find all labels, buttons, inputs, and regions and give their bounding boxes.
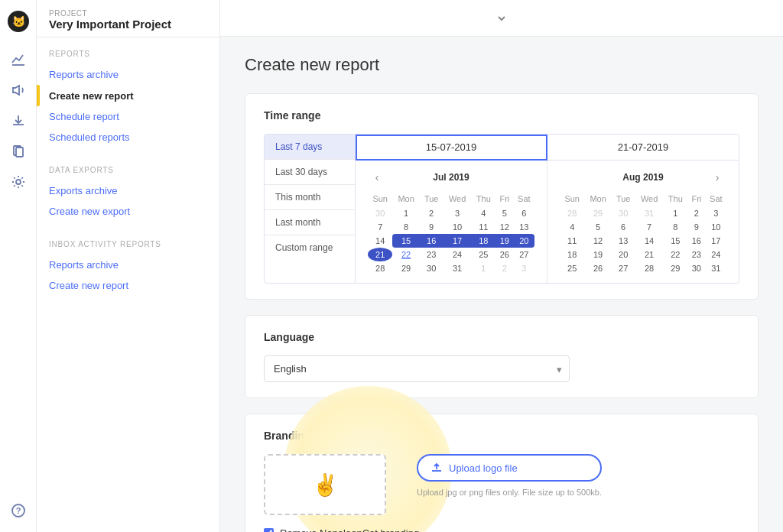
cal-day[interactable]: 2 [420,206,443,220]
option-last7days[interactable]: Last 7 days [265,135,355,160]
cal-day[interactable]: 9 [420,220,443,234]
cal-day[interactable]: 28 [368,261,392,275]
sidebar-item-inbox-reports-archive[interactable]: Reports archive [49,255,207,275]
cal-day[interactable]: 14 [635,234,664,248]
start-date-input[interactable] [356,135,547,161]
cal-day[interactable]: 2 [687,206,706,220]
megaphone-icon[interactable] [5,76,32,104]
chart-icon[interactable] [5,46,32,73]
cal-day[interactable]: 3 [706,206,726,220]
cal-day[interactable]: 29 [392,261,419,275]
sidebar-item-create-export[interactable]: Create new export [49,201,207,222]
option-last-month[interactable]: Last month [265,210,355,235]
branding-layout: ✌️ Upload logo file Upload jpg or png fi… [264,454,739,515]
cal-day[interactable]: 6 [514,206,534,220]
option-last30days[interactable]: Last 30 days [265,160,355,185]
help-icon[interactable]: ? [5,497,32,524]
download-icon[interactable] [5,107,32,135]
cal-day[interactable]: 14 [368,234,392,248]
cal-day[interactable]: 30 [687,261,706,275]
option-this-month[interactable]: This month [265,185,355,210]
cal-day[interactable]: 19 [584,248,611,261]
cal-day[interactable]: 21 [635,248,664,261]
cal-day[interactable]: 15 [664,234,687,248]
project-switcher[interactable] [496,13,507,24]
sidebar-item-reports-archive[interactable]: Reports archive [49,64,207,85]
cal-day[interactable]: 31 [443,261,472,275]
cal-day[interactable]: 1 [472,261,495,275]
cal-day[interactable]: 8 [392,220,419,234]
cal-day[interactable]: 25 [560,261,584,275]
cal-day[interactable]: 29 [664,261,687,275]
cal-day[interactable]: 10 [706,220,726,234]
option-custom-range[interactable]: Custom range [265,235,355,260]
end-date-input[interactable] [547,135,739,161]
cal-day[interactable]: 24 [706,248,726,261]
cal-day[interactable]: 22 [664,248,687,261]
cal-day[interactable]: 1 [664,206,687,220]
cal-day[interactable]: 25 [472,248,495,261]
sidebar-header: PROJECT Very Important Project [37,0,219,37]
cal-day[interactable]: 31 [706,261,726,275]
cal-day[interactable]: 18 [560,248,584,261]
cal-day[interactable]: 30 [612,206,635,220]
cal-day[interactable]: 12 [495,220,514,234]
cal-day[interactable]: 3 [514,261,534,275]
upload-logo-button[interactable]: Upload logo file [417,454,602,482]
cal-day[interactable]: 8 [664,220,687,234]
sidebar-item-inbox-create-report[interactable]: Create new report [49,275,207,296]
cal-day[interactable]: 4 [472,206,495,220]
cal-day[interactable]: 26 [495,248,514,261]
cal-day-highlighted[interactable]: 17 [443,234,472,248]
cal-day-highlighted[interactable]: 16 [420,234,443,248]
prev-month-btn[interactable]: ‹ [368,168,386,187]
cal-day[interactable]: 27 [612,261,635,275]
cal-day[interactable]: 30 [420,261,443,275]
cal-day[interactable]: 13 [514,220,534,234]
cal-day-today[interactable]: 22 [392,248,419,261]
cal-day[interactable]: 23 [420,248,443,261]
cal-day[interactable]: 24 [443,248,472,261]
language-select[interactable]: English French German Spanish Polish [264,355,570,382]
cal-day[interactable]: 4 [560,220,584,234]
cal-day[interactable]: 7 [368,220,392,234]
sidebar-item-scheduled-reports[interactable]: Scheduled reports [49,127,207,148]
cal-day[interactable]: 29 [584,206,611,220]
cal-day[interactable]: 5 [584,220,611,234]
settings-icon[interactable] [5,168,32,196]
cal-day[interactable]: 28 [635,261,664,275]
cal-day[interactable]: 3 [443,206,472,220]
cal-day[interactable]: 20 [612,248,635,261]
cal-day[interactable]: 9 [687,220,706,234]
cal-day[interactable]: 28 [560,206,584,220]
sidebar-item-schedule-report[interactable]: Schedule report [49,106,207,127]
sidebar-item-create-report[interactable]: Create new report [49,86,134,106]
cal-day[interactable]: 16 [687,234,706,248]
cal-day[interactable]: 5 [495,206,514,220]
cal-day[interactable]: 30 [368,206,392,220]
cal-day[interactable]: 31 [635,206,664,220]
cal-day[interactable]: 11 [472,220,495,234]
cal-day[interactable]: 12 [584,234,611,248]
cal-day[interactable]: 23 [687,248,706,261]
cal-day[interactable]: 2 [495,261,514,275]
cal-day[interactable]: 26 [584,261,611,275]
cal-day[interactable]: 7 [635,220,664,234]
cal-day[interactable]: 11 [560,234,584,248]
cal-day[interactable]: 13 [612,234,635,248]
cal-day[interactable]: 10 [443,220,472,234]
sidebar-item-exports-archive[interactable]: Exports archive [49,180,207,201]
cal-day[interactable]: 17 [706,234,726,248]
next-month-btn[interactable]: › [708,168,726,187]
cal-day-selected[interactable]: 21 [368,248,392,261]
cal-day[interactable]: 27 [514,248,534,261]
reports-section: REPORTS Reports archive Create new repor… [37,37,219,154]
pages-icon[interactable] [5,138,32,165]
cal-day[interactable]: 6 [612,220,635,234]
cal-day-highlighted[interactable]: 19 [495,234,514,248]
remove-branding-checkbox[interactable] [264,528,274,532]
cal-day-range-start[interactable]: 15 [392,234,419,248]
cal-day[interactable]: 1 [392,206,419,220]
cal-day-range-end[interactable]: 20 [514,234,534,248]
cal-day-highlighted[interactable]: 18 [472,234,495,248]
